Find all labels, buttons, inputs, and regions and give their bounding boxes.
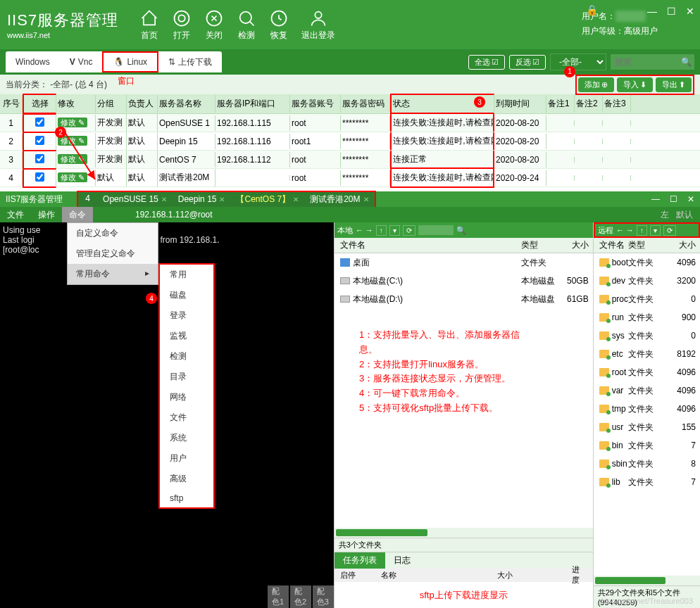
folder-icon — [599, 460, 609, 468]
table-row[interactable]: 3修改 ✎开发测默认CentOS 7192.168.1.112root*****… — [0, 151, 700, 169]
table-row[interactable]: 2修改 ✎开发测默认Deepin 15192.168.1.116root1***… — [0, 132, 700, 151]
search-icon[interactable]: 🔍 — [681, 57, 692, 67]
sub-close-icon[interactable]: ✕ — [687, 194, 694, 204]
submenu-item[interactable]: 检测 — [160, 346, 213, 367]
import-button[interactable]: 导入 ⬇ — [617, 77, 653, 92]
row-checkbox[interactable] — [35, 118, 44, 127]
category-label: 当前分类： -全部- (总 4 台) — [6, 79, 107, 91]
remote-refresh-icon[interactable]: ⟳ — [663, 225, 676, 236]
file-row[interactable]: sys文件夹0 — [594, 327, 700, 345]
select-all-button[interactable]: 全选☑ — [468, 55, 505, 70]
close-icon[interactable]: ✕ — [686, 6, 694, 17]
submenu-item[interactable]: 磁盘 — [160, 285, 213, 305]
submenu-item[interactable]: 高级 — [160, 469, 213, 489]
tab-close-icon[interactable]: ✕ — [219, 196, 225, 203]
row-checkbox[interactable] — [35, 136, 44, 145]
tab-close-icon[interactable]: ✕ — [161, 196, 167, 203]
local-up-icon[interactable]: ↑ — [376, 225, 387, 236]
file-row[interactable]: 本地磁盘(D:\)本地磁盘61GB — [335, 290, 593, 308]
modify-button[interactable]: 修改 ✎ — [58, 172, 87, 182]
submenu-item[interactable]: 登录 — [160, 305, 213, 326]
nav-home[interactable]: 首页 — [139, 8, 159, 42]
file-row[interactable]: run文件夹900 — [594, 308, 700, 327]
file-row[interactable]: lib文件夹7 — [594, 473, 700, 491]
submenu-item[interactable]: 系统 — [160, 428, 213, 448]
file-row[interactable]: usr文件夹155 — [594, 418, 700, 436]
local-search-input[interactable] — [418, 225, 454, 235]
session-tab[interactable]: 【CentOS 7】 ✕ — [230, 192, 304, 207]
submenu-item[interactable]: 常用 — [160, 265, 213, 285]
remote-scrollbar[interactable] — [595, 577, 665, 584]
nav-detect[interactable]: 检测 — [237, 8, 256, 42]
local-search-icon[interactable]: 🔍 — [456, 226, 466, 235]
menu-operate[interactable]: 操作 — [31, 207, 62, 223]
file-row[interactable]: etc文件夹8192 — [594, 345, 700, 363]
submenu-item[interactable]: 网络 — [160, 387, 213, 407]
file-row[interactable]: sbin文件夹8 — [594, 455, 700, 473]
export-button[interactable]: 导出 ⬆ — [656, 77, 692, 92]
submenu-item[interactable]: 用户 — [160, 448, 213, 469]
minimize-icon[interactable]: — — [647, 6, 657, 17]
row-checkbox[interactable] — [35, 154, 44, 163]
invert-select-button[interactable]: 反选☑ — [509, 55, 546, 70]
remote-up-icon[interactable]: ↑ — [637, 225, 647, 236]
task-tab-log[interactable]: 日志 — [385, 552, 419, 569]
table-row[interactable]: 4修改 ✎默认默认测试香港20Mroot********连接失败:连接超时,请检… — [0, 169, 700, 187]
tab-upload[interactable]: ⇅上传下载 — [158, 51, 222, 72]
lock-icon[interactable]: 🔒 — [586, 4, 598, 15]
file-row[interactable]: tmp文件夹4096 — [594, 400, 700, 418]
watermark: blog.csdn.net/Treasure003 — [601, 597, 693, 605]
tab-vnc[interactable]: VVnc — [60, 51, 103, 72]
local-dropdown-icon[interactable]: ▾ — [389, 225, 400, 236]
sub-minimize-icon[interactable]: — — [651, 194, 660, 204]
local-scrollbar[interactable] — [336, 529, 427, 536]
submenu-item[interactable]: 目录 — [160, 367, 213, 387]
add-button[interactable]: 添加 ⊕ — [578, 77, 614, 92]
menu-file[interactable]: 文件 — [0, 207, 31, 223]
modify-button[interactable]: 修改 ✎ — [58, 118, 87, 127]
file-row[interactable]: dev文件夹3200 — [594, 272, 700, 290]
menu-command[interactable]: 命令 — [62, 207, 93, 223]
file-row[interactable]: var文件夹4096 — [594, 381, 700, 400]
file-row[interactable]: bin文件夹7 — [594, 436, 700, 455]
window-controls: — ☐ ✕ — [647, 6, 694, 17]
tab-windows[interactable]: Windows — [6, 51, 60, 72]
maximize-icon[interactable]: ☐ — [667, 6, 676, 17]
ctx-manage-cmd[interactable]: 管理自定义命令 — [68, 243, 158, 264]
file-row[interactable]: 桌面文件夹 — [335, 253, 593, 272]
search-input[interactable] — [611, 54, 681, 70]
sub-maximize-icon[interactable]: ☐ — [670, 194, 677, 204]
submenu-item[interactable]: 文件 — [160, 407, 213, 428]
nav-logout[interactable]: 退出登录 — [301, 8, 335, 42]
tab-close-icon[interactable]: ✕ — [363, 196, 369, 203]
ctx-common-cmd[interactable]: 常用命令▸ — [68, 264, 158, 284]
submenu-item[interactable]: sftp — [160, 489, 213, 507]
nav-open[interactable]: 打开 — [172, 8, 192, 42]
filter-select[interactable]: -全部- — [550, 53, 606, 70]
session-tab[interactable]: Deepin 15 ✕ — [173, 192, 231, 207]
row-checkbox[interactable] — [35, 172, 44, 182]
submenu-item[interactable]: 监视 — [160, 326, 213, 346]
file-row[interactable]: root文件夹4096 — [594, 363, 700, 381]
remote-file-list[interactable]: boot文件夹4096dev文件夹3200proc文件夹0run文件夹900sy… — [594, 253, 700, 576]
table-row[interactable]: 1修改 ✎开发测默认OpenSUSE 1192.168.1.115root***… — [0, 114, 700, 132]
remote-panel: 5 远程← → ↑ ▾ ⟳ 文件名 类型 大小 boot文件夹4096dev文件… — [593, 222, 700, 608]
main-toolbar: Windows VVnc 🐧Linux 窗口 ⇅上传下载 全选☑ 反选☑ -全部… — [0, 49, 700, 75]
logo: IIS7服务器管理 www.iis7.net — [7, 10, 118, 39]
nav-close[interactable]: 关闭 — [204, 8, 224, 42]
session-tab[interactable]: 测试香港20M ✕ — [304, 192, 374, 207]
nav-restore[interactable]: 恢复 — [269, 8, 289, 42]
terminal[interactable]: Using use Last logixxxxxxxxxxxx :37:01 2… — [0, 222, 334, 608]
local-refresh-icon[interactable]: ⟳ — [403, 225, 415, 236]
file-row[interactable]: 本地磁盘(C:\)本地磁盘50GB — [335, 272, 593, 290]
modify-button[interactable]: 修改 ✎ — [58, 154, 87, 164]
tab-close-icon[interactable]: ✕ — [293, 196, 299, 203]
work-area: Using use Last logixxxxxxxxxxxx :37:01 2… — [0, 222, 700, 608]
file-row[interactable]: proc文件夹0 — [594, 290, 700, 308]
session-tab[interactable]: OpenSUSE 15 ✕ — [97, 192, 173, 207]
remote-dropdown-icon[interactable]: ▾ — [650, 225, 661, 236]
task-tab-list[interactable]: 任务列表 — [335, 552, 385, 569]
file-row[interactable]: boot文件夹4096 — [594, 253, 700, 272]
tab-linux[interactable]: 🐧Linux 窗口 — [102, 51, 158, 72]
ctx-custom-cmd[interactable]: 自定义命令 — [68, 223, 158, 243]
